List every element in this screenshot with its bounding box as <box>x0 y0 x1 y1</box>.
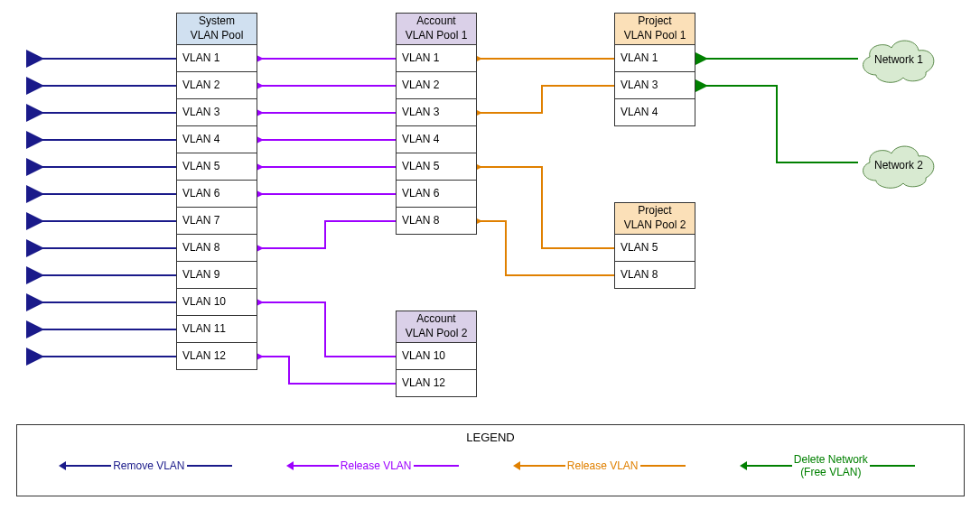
line-tail <box>187 465 232 467</box>
header-line1: Project <box>638 204 671 218</box>
vlan-cell: VLAN 4 <box>614 99 695 126</box>
vlan-cell: VLAN 1 <box>396 45 477 72</box>
diagram-canvas: System VLAN Pool VLAN 1 VLAN 2 VLAN 3 VL… <box>0 0 980 510</box>
network-2-cloud: Network 2 <box>854 140 944 190</box>
legend-label-l1: Delete Network <box>794 453 868 466</box>
vlan-cell: VLAN 2 <box>396 72 477 99</box>
arrow-icon <box>520 465 565 467</box>
arrow-icon <box>747 465 792 467</box>
network-2-label: Network 2 <box>854 140 944 190</box>
vlan-cell: VLAN 11 <box>176 316 257 343</box>
vlan-cell: VLAN 1 <box>176 45 257 72</box>
vlan-cell: VLAN 8 <box>176 235 257 262</box>
vlan-cell: VLAN 2 <box>176 72 257 99</box>
vlan-cell: VLAN 12 <box>396 370 477 397</box>
vlan-cell: VLAN 10 <box>396 343 477 370</box>
legend-label: Release VLAN <box>567 459 639 472</box>
vlan-cell: VLAN 4 <box>396 126 477 153</box>
header-line2: VLAN Pool <box>191 29 244 43</box>
line-tail <box>870 465 915 467</box>
legend-title: LEGEND <box>17 425 964 453</box>
header-line2: VLAN Pool 2 <box>406 327 468 341</box>
legend-release-vlan-purple: Release VLAN <box>294 459 459 472</box>
vlan-cell: VLAN 9 <box>176 262 257 289</box>
release-vlan-orange-arrows <box>479 59 614 275</box>
vlan-cell: VLAN 10 <box>176 289 257 316</box>
line-tail <box>414 465 459 467</box>
vlan-cell: VLAN 8 <box>614 262 695 289</box>
vlan-cell: VLAN 5 <box>176 153 257 181</box>
legend: LEGEND Remove VLAN Release VLAN Release … <box>16 424 965 496</box>
vlan-cell: VLAN 3 <box>176 99 257 126</box>
header-line1: Project <box>638 14 671 29</box>
header-line1: System <box>199 14 235 29</box>
header-line1: Account <box>416 14 455 29</box>
vlan-cell: VLAN 8 <box>396 208 477 235</box>
vlan-cell: VLAN 5 <box>614 235 695 262</box>
vlan-cell: VLAN 5 <box>396 153 477 181</box>
vlan-cell: VLAN 6 <box>176 181 257 208</box>
project-vlan-pool-2: Project VLAN Pool 2 VLAN 5 VLAN 8 <box>614 202 695 289</box>
arrow-icon <box>66 465 111 467</box>
legend-label: Release VLAN <box>341 459 412 472</box>
project2-header: Project VLAN Pool 2 <box>614 202 695 235</box>
header-line2: VLAN Pool 1 <box>406 29 468 43</box>
vlan-cell: VLAN 12 <box>176 343 257 370</box>
project1-header: Project VLAN Pool 1 <box>614 13 695 45</box>
vlan-cell: VLAN 3 <box>396 99 477 126</box>
account1-header: Account VLAN Pool 1 <box>396 13 477 45</box>
delete-network-arrows <box>705 59 858 162</box>
remove-vlan-arrows <box>41 59 176 357</box>
header-line1: Account <box>416 312 455 327</box>
vlan-cell: VLAN 6 <box>396 181 477 208</box>
system-pool-header: System VLAN Pool <box>176 13 257 45</box>
release-vlan-purple-arrows <box>260 59 396 384</box>
vlan-cell: VLAN 4 <box>176 126 257 153</box>
vlan-cell: VLAN 1 <box>614 45 695 72</box>
header-line2: VLAN Pool 1 <box>624 29 686 43</box>
account-vlan-pool-2: Account VLAN Pool 2 VLAN 10 VLAN 12 <box>396 311 477 397</box>
legend-label-l2: (Free VLAN) <box>794 466 868 478</box>
account2-header: Account VLAN Pool 2 <box>396 311 477 343</box>
legend-delete-network: Delete Network (Free VLAN) <box>747 453 915 479</box>
legend-label: Delete Network (Free VLAN) <box>794 453 868 479</box>
arrow-icon <box>294 465 339 467</box>
legend-row: Remove VLAN Release VLAN Release VLAN De… <box>17 453 964 488</box>
legend-label: Remove VLAN <box>113 459 184 472</box>
project-vlan-pool-1: Project VLAN Pool 1 VLAN 1 VLAN 3 VLAN 4 <box>614 13 695 126</box>
account-vlan-pool-1: Account VLAN Pool 1 VLAN 1 VLAN 2 VLAN 3… <box>396 13 477 235</box>
header-line2: VLAN Pool 2 <box>624 218 686 233</box>
legend-remove-vlan: Remove VLAN <box>66 459 231 472</box>
line-tail <box>640 465 686 467</box>
network-1-label: Network 1 <box>854 34 944 84</box>
vlan-cell: VLAN 7 <box>176 208 257 235</box>
vlan-cell: VLAN 3 <box>614 72 695 99</box>
network-1-cloud: Network 1 <box>854 34 944 84</box>
legend-release-vlan-orange: Release VLAN <box>520 459 686 472</box>
system-vlan-pool: System VLAN Pool VLAN 1 VLAN 2 VLAN 3 VL… <box>176 13 257 370</box>
